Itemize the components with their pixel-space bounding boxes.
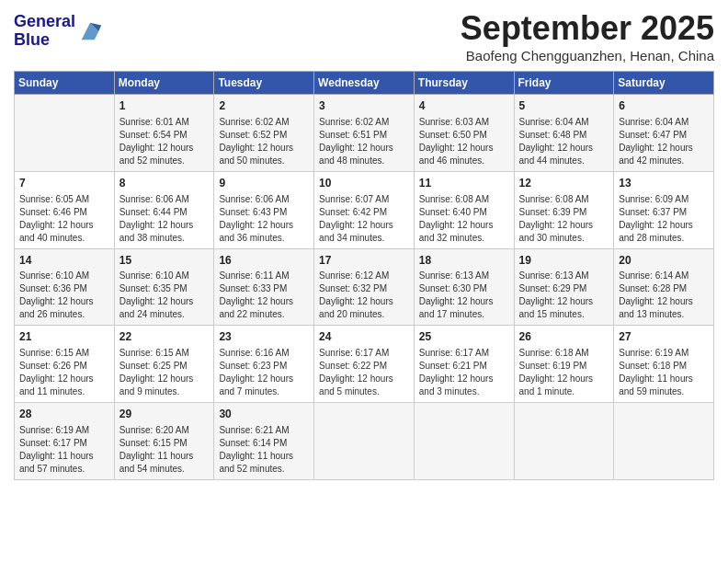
calendar-cell: 10Sunrise: 6:07 AMSunset: 6:42 PMDayligh… bbox=[314, 171, 415, 248]
day-number: 23 bbox=[219, 329, 309, 345]
day-info: Sunrise: 6:13 AMSunset: 6:30 PMDaylight:… bbox=[419, 270, 509, 321]
day-number: 28 bbox=[19, 407, 109, 422]
day-info: Sunrise: 6:04 AMSunset: 6:47 PMDaylight:… bbox=[619, 116, 709, 167]
day-info: Sunrise: 6:17 AMSunset: 6:21 PMDaylight:… bbox=[419, 347, 509, 398]
day-info: Sunrise: 6:10 AMSunset: 6:35 PMDaylight:… bbox=[119, 270, 210, 321]
calendar-cell: 26Sunrise: 6:18 AMSunset: 6:19 PMDayligh… bbox=[514, 326, 614, 403]
day-info: Sunrise: 6:16 AMSunset: 6:23 PMDaylight:… bbox=[219, 347, 309, 398]
weekday-header-saturday: Saturday bbox=[614, 72, 714, 95]
day-info: Sunrise: 6:10 AMSunset: 6:36 PMDaylight:… bbox=[19, 270, 109, 321]
location-subtitle: Baofeng Chengguanzhen, Henan, China bbox=[461, 48, 714, 63]
day-number: 15 bbox=[119, 253, 210, 269]
calendar-cell: 5Sunrise: 6:04 AMSunset: 6:48 PMDaylight… bbox=[514, 95, 614, 172]
weekday-header-friday: Friday bbox=[514, 72, 614, 95]
day-number: 16 bbox=[219, 253, 309, 269]
day-number: 27 bbox=[619, 329, 709, 345]
calendar-week-3: 14Sunrise: 6:10 AMSunset: 6:36 PMDayligh… bbox=[15, 248, 714, 326]
day-info: Sunrise: 6:15 AMSunset: 6:26 PMDaylight:… bbox=[19, 347, 109, 398]
day-number: 9 bbox=[219, 176, 309, 191]
day-info: Sunrise: 6:20 AMSunset: 6:15 PMDaylight:… bbox=[119, 424, 210, 476]
weekday-header-wednesday: Wednesday bbox=[314, 72, 415, 95]
day-number: 18 bbox=[419, 253, 509, 269]
calendar-cell: 25Sunrise: 6:17 AMSunset: 6:21 PMDayligh… bbox=[414, 326, 514, 403]
calendar-cell: 19Sunrise: 6:13 AMSunset: 6:29 PMDayligh… bbox=[514, 248, 614, 326]
day-info: Sunrise: 6:09 AMSunset: 6:37 PMDaylight:… bbox=[619, 193, 709, 245]
calendar-cell: 17Sunrise: 6:12 AMSunset: 6:32 PMDayligh… bbox=[314, 248, 415, 326]
weekday-header-monday: Monday bbox=[114, 72, 214, 95]
day-info: Sunrise: 6:06 AMSunset: 6:43 PMDaylight:… bbox=[219, 193, 309, 245]
day-number: 24 bbox=[319, 329, 409, 345]
day-number: 3 bbox=[319, 98, 409, 114]
calendar-cell: 28Sunrise: 6:19 AMSunset: 6:17 PMDayligh… bbox=[15, 403, 115, 480]
calendar-cell bbox=[15, 95, 115, 172]
calendar-cell: 4Sunrise: 6:03 AMSunset: 6:50 PMDaylight… bbox=[414, 95, 514, 172]
day-info: Sunrise: 6:08 AMSunset: 6:40 PMDaylight:… bbox=[419, 193, 509, 245]
weekday-header-sunday: Sunday bbox=[15, 72, 115, 95]
day-number: 22 bbox=[119, 329, 210, 345]
calendar-cell: 1Sunrise: 6:01 AMSunset: 6:54 PMDaylight… bbox=[114, 95, 214, 172]
day-number: 6 bbox=[619, 98, 709, 114]
day-info: Sunrise: 6:07 AMSunset: 6:42 PMDaylight:… bbox=[319, 193, 409, 245]
day-number: 12 bbox=[519, 176, 609, 191]
calendar-cell: 29Sunrise: 6:20 AMSunset: 6:15 PMDayligh… bbox=[114, 403, 214, 480]
day-info: Sunrise: 6:02 AMSunset: 6:51 PMDaylight:… bbox=[319, 116, 409, 167]
day-info: Sunrise: 6:01 AMSunset: 6:54 PMDaylight:… bbox=[119, 116, 210, 167]
day-number: 19 bbox=[519, 253, 609, 269]
day-number: 10 bbox=[319, 176, 409, 191]
calendar-cell: 15Sunrise: 6:10 AMSunset: 6:35 PMDayligh… bbox=[114, 248, 214, 326]
calendar-cell: 20Sunrise: 6:14 AMSunset: 6:28 PMDayligh… bbox=[614, 248, 714, 326]
calendar-cell: 14Sunrise: 6:10 AMSunset: 6:36 PMDayligh… bbox=[15, 248, 115, 326]
day-info: Sunrise: 6:12 AMSunset: 6:32 PMDaylight:… bbox=[319, 270, 409, 321]
calendar-cell: 22Sunrise: 6:15 AMSunset: 6:25 PMDayligh… bbox=[114, 326, 214, 403]
day-number: 4 bbox=[419, 98, 509, 114]
calendar-week-5: 28Sunrise: 6:19 AMSunset: 6:17 PMDayligh… bbox=[15, 403, 714, 480]
calendar-cell bbox=[614, 403, 714, 480]
day-info: Sunrise: 6:11 AMSunset: 6:33 PMDaylight:… bbox=[219, 270, 309, 321]
day-number: 26 bbox=[519, 329, 609, 345]
day-number: 14 bbox=[19, 253, 109, 269]
day-info: Sunrise: 6:18 AMSunset: 6:19 PMDaylight:… bbox=[519, 347, 609, 398]
day-number: 20 bbox=[619, 253, 709, 269]
day-number: 17 bbox=[319, 253, 409, 269]
day-info: Sunrise: 6:04 AMSunset: 6:48 PMDaylight:… bbox=[519, 116, 609, 167]
calendar-cell: 11Sunrise: 6:08 AMSunset: 6:40 PMDayligh… bbox=[414, 171, 514, 248]
calendar-cell: 2Sunrise: 6:02 AMSunset: 6:52 PMDaylight… bbox=[214, 95, 314, 172]
weekday-header-thursday: Thursday bbox=[414, 72, 514, 95]
day-number: 21 bbox=[19, 329, 109, 345]
day-number: 30 bbox=[219, 407, 309, 422]
day-number: 2 bbox=[219, 98, 309, 114]
calendar-cell: 9Sunrise: 6:06 AMSunset: 6:43 PMDaylight… bbox=[214, 171, 314, 248]
calendar-cell: 16Sunrise: 6:11 AMSunset: 6:33 PMDayligh… bbox=[214, 248, 314, 326]
calendar-cell bbox=[514, 403, 614, 480]
logo-icon bbox=[77, 18, 103, 44]
day-info: Sunrise: 6:05 AMSunset: 6:46 PMDaylight:… bbox=[19, 193, 109, 245]
calendar-cell bbox=[314, 403, 415, 480]
day-number: 25 bbox=[419, 329, 509, 345]
day-number: 7 bbox=[19, 176, 109, 191]
calendar-cell bbox=[414, 403, 514, 480]
calendar-cell: 8Sunrise: 6:06 AMSunset: 6:44 PMDaylight… bbox=[114, 171, 214, 248]
day-info: Sunrise: 6:21 AMSunset: 6:14 PMDaylight:… bbox=[219, 424, 309, 476]
day-info: Sunrise: 6:14 AMSunset: 6:28 PMDaylight:… bbox=[619, 270, 709, 321]
weekday-header-tuesday: Tuesday bbox=[214, 72, 314, 95]
day-number: 5 bbox=[519, 98, 609, 114]
day-info: Sunrise: 6:13 AMSunset: 6:29 PMDaylight:… bbox=[519, 270, 609, 321]
page-header: GeneralBlue September 2025 Baofeng Cheng… bbox=[14, 9, 714, 63]
calendar-cell: 12Sunrise: 6:08 AMSunset: 6:39 PMDayligh… bbox=[514, 171, 614, 248]
calendar-week-1: 1Sunrise: 6:01 AMSunset: 6:54 PMDaylight… bbox=[15, 95, 714, 172]
calendar-table: SundayMondayTuesdayWednesdayThursdayFrid… bbox=[14, 71, 714, 480]
day-number: 8 bbox=[119, 176, 210, 191]
day-number: 29 bbox=[119, 407, 210, 422]
day-info: Sunrise: 6:06 AMSunset: 6:44 PMDaylight:… bbox=[119, 193, 210, 245]
logo: GeneralBlue bbox=[14, 13, 103, 50]
logo-text: GeneralBlue bbox=[14, 13, 75, 50]
weekday-header-row: SundayMondayTuesdayWednesdayThursdayFrid… bbox=[15, 72, 714, 95]
day-info: Sunrise: 6:08 AMSunset: 6:39 PMDaylight:… bbox=[519, 193, 609, 245]
calendar-cell: 24Sunrise: 6:17 AMSunset: 6:22 PMDayligh… bbox=[314, 326, 415, 403]
day-info: Sunrise: 6:15 AMSunset: 6:25 PMDaylight:… bbox=[119, 347, 210, 398]
calendar-cell: 30Sunrise: 6:21 AMSunset: 6:14 PMDayligh… bbox=[214, 403, 314, 480]
day-number: 11 bbox=[419, 176, 509, 191]
day-number: 13 bbox=[619, 176, 709, 191]
day-info: Sunrise: 6:17 AMSunset: 6:22 PMDaylight:… bbox=[319, 347, 409, 398]
day-info: Sunrise: 6:03 AMSunset: 6:50 PMDaylight:… bbox=[419, 116, 509, 167]
